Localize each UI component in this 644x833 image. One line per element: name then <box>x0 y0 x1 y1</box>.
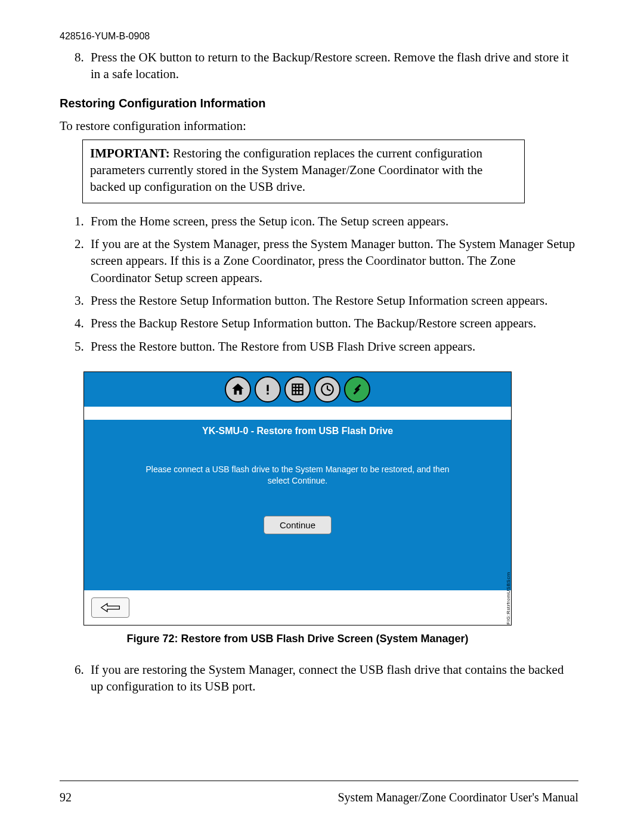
arrow-left-icon <box>100 602 120 613</box>
device-screenshot: YK-SMU-0 - Restore from USB Flash Drive … <box>83 371 512 625</box>
figure-caption: Figure 72: Restore from USB Flash Drive … <box>83 631 512 646</box>
back-button[interactable] <box>91 597 129 618</box>
continue-button[interactable]: Continue <box>264 516 332 534</box>
step-list-lower: If you are restoring the System Manager,… <box>60 661 578 695</box>
device-message: Please connect a USB flash drive to the … <box>143 464 453 487</box>
step-6: If you are restoring the System Manager,… <box>87 661 578 695</box>
device-toolbar <box>84 372 511 407</box>
step-1: From the Home screen, press the Setup ic… <box>87 213 578 230</box>
figure-side-label: FIG:RstrfromUSBScrn <box>506 572 512 625</box>
device-footer: FIG:RstrfromUSBScrn <box>84 590 511 625</box>
restore-steps: From the Home screen, press the Setup ic… <box>60 213 578 355</box>
step-4: Press the Backup Restore Setup Informati… <box>87 315 578 332</box>
svg-rect-2 <box>267 392 268 394</box>
svg-rect-3 <box>292 384 302 394</box>
manual-title: System Manager/Zone Coordinator User's M… <box>338 789 578 806</box>
important-label: IMPORTANT: <box>90 146 170 160</box>
lead-in-text: To restore configuration information: <box>60 117 578 134</box>
page-number: 92 <box>60 789 72 806</box>
step-list-upper: Press the OK button to return to the Bac… <box>60 49 578 83</box>
step-8: Press the OK button to return to the Bac… <box>87 49 578 83</box>
tools-icon[interactable] <box>344 376 370 402</box>
step-5: Press the Restore button. The Restore fr… <box>87 338 578 355</box>
home-icon[interactable] <box>225 376 251 402</box>
step-3: Press the Restore Setup Information butt… <box>87 292 578 309</box>
important-box: IMPORTANT: Restoring the configuration r… <box>82 140 525 203</box>
alert-icon[interactable] <box>255 376 281 402</box>
device-body: Please connect a USB flash drive to the … <box>84 442 511 590</box>
svg-rect-1 <box>267 385 268 391</box>
device-divider <box>84 407 511 420</box>
svg-line-10 <box>327 389 330 391</box>
step-2: If you are at the System Manager, press … <box>87 236 578 286</box>
section-heading: Restoring Configuration Information <box>60 95 578 112</box>
device-title: YK-SMU-0 - Restore from USB Flash Drive <box>84 420 511 442</box>
document-id: 428516-YUM-B-0908 <box>60 30 578 43</box>
page-footer: 92 System Manager/Zone Coordinator User'… <box>60 781 578 806</box>
grid-icon[interactable] <box>284 376 311 402</box>
schedule-icon[interactable] <box>314 376 340 402</box>
